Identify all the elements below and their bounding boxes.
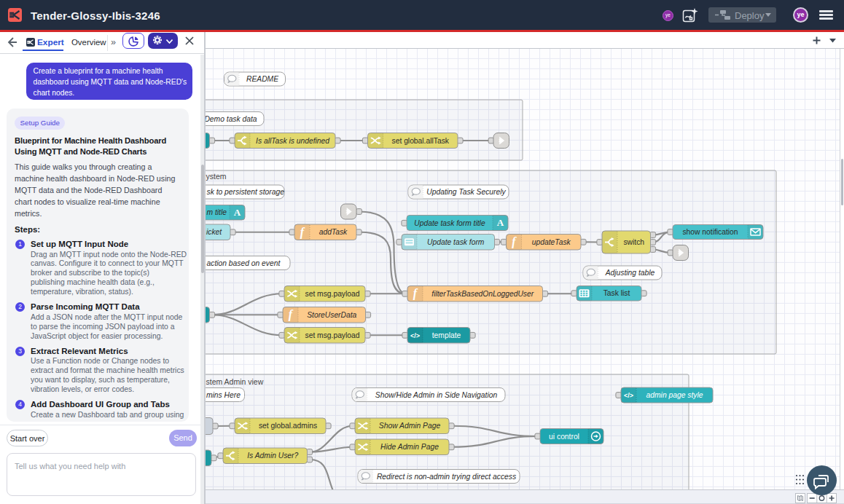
svg-text:switch: switch — [623, 238, 644, 246]
svg-text:Is allTask is undefined: Is allTask is undefined — [256, 137, 329, 145]
svg-text:set msg.payload: set msg.payload — [305, 331, 360, 339]
svg-text:ystem: ystem — [206, 172, 227, 181]
svg-text:m title: m title — [207, 208, 227, 216]
svg-text:</>: </> — [624, 392, 633, 399]
svg-text:</>: </> — [410, 332, 420, 339]
svg-text:Update task form title: Update task form title — [414, 219, 485, 227]
svg-text:README: README — [246, 75, 278, 83]
svg-text:filterTaskBasedOnLoggedUser: filterTaskBasedOnLoggedUser — [431, 290, 534, 298]
svg-text:icket: icket — [206, 228, 222, 236]
svg-text:set global.allTask: set global.allTask — [392, 137, 450, 145]
svg-text:A: A — [234, 207, 241, 218]
svg-text:Show Admin Page: Show Admin Page — [379, 422, 441, 430]
svg-text:updateTask: updateTask — [532, 238, 571, 246]
svg-text:Task list: Task list — [603, 289, 630, 297]
svg-text:StoreUserData: StoreUserData — [307, 311, 356, 319]
svg-text:Updating Task Securely: Updating Task Securely — [426, 188, 506, 196]
svg-text:admin page style: admin page style — [646, 391, 703, 399]
svg-text:template: template — [432, 331, 461, 339]
svg-text:addTask: addTask — [319, 228, 348, 236]
svg-text:set global.admins: set global.admins — [259, 422, 317, 430]
svg-text:Update task form: Update task form — [427, 238, 485, 246]
svg-text:Is Admin User?: Is Admin User? — [247, 452, 298, 460]
svg-text:mins Here: mins Here — [206, 391, 241, 399]
svg-text:Redirect is non-admin trying d: Redirect is non-admin trying direct acce… — [377, 473, 516, 481]
svg-text:stem Admin view: stem Admin view — [206, 377, 264, 386]
svg-text:Adjusting table: Adjusting table — [605, 269, 655, 277]
svg-text:A: A — [497, 217, 504, 228]
svg-text:Demo task data: Demo task data — [204, 115, 257, 123]
svg-text:ui control: ui control — [549, 433, 579, 441]
svg-text:show notification: show notification — [682, 228, 738, 236]
svg-text:set msg.payload: set msg.payload — [305, 290, 360, 298]
svg-text:sk to persistent storage: sk to persistent storage — [207, 188, 285, 196]
svg-text:Show/Hide Admin in Side Naviga: Show/Hide Admin in Side Navigation — [375, 391, 498, 399]
svg-text:Hide Admin Page: Hide Admin Page — [380, 443, 439, 451]
svg-text:action based on event: action based on event — [207, 259, 281, 267]
